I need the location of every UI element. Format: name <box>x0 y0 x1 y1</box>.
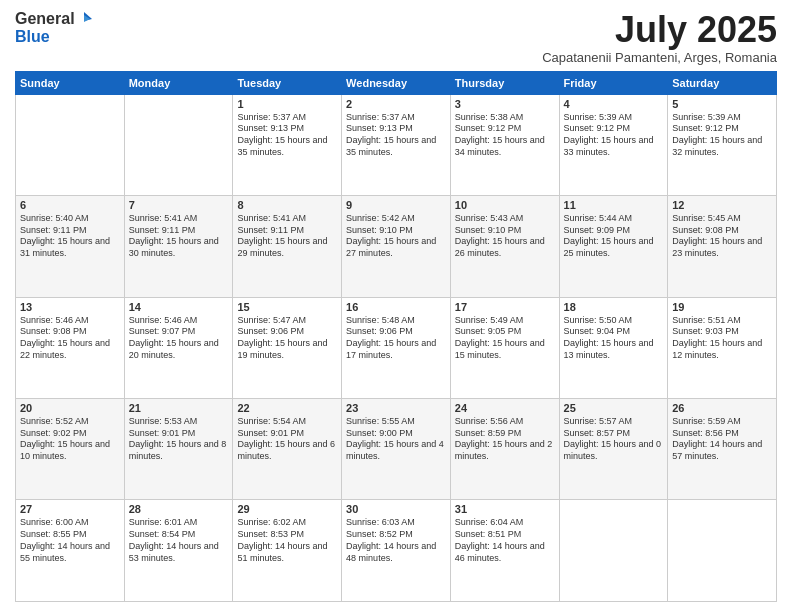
cell-content: Sunrise: 5:52 AM Sunset: 9:02 PM Dayligh… <box>20 416 120 463</box>
calendar-cell: 1Sunrise: 5:37 AM Sunset: 9:13 PM Daylig… <box>233 94 342 195</box>
calendar-week-3: 13Sunrise: 5:46 AM Sunset: 9:08 PM Dayli… <box>16 297 777 398</box>
calendar-cell: 26Sunrise: 5:59 AM Sunset: 8:56 PM Dayli… <box>668 399 777 500</box>
day-number: 4 <box>564 98 664 110</box>
cell-content: Sunrise: 5:50 AM Sunset: 9:04 PM Dayligh… <box>564 315 664 362</box>
day-number: 26 <box>672 402 772 414</box>
cell-content: Sunrise: 5:38 AM Sunset: 9:12 PM Dayligh… <box>455 112 555 159</box>
day-number: 16 <box>346 301 446 313</box>
day-number: 15 <box>237 301 337 313</box>
day-number: 2 <box>346 98 446 110</box>
day-number: 29 <box>237 503 337 515</box>
calendar-cell: 4Sunrise: 5:39 AM Sunset: 9:12 PM Daylig… <box>559 94 668 195</box>
cell-content: Sunrise: 5:48 AM Sunset: 9:06 PM Dayligh… <box>346 315 446 362</box>
cell-content: Sunrise: 5:44 AM Sunset: 9:09 PM Dayligh… <box>564 213 664 260</box>
title-block: July 2025 Capatanenii Pamanteni, Arges, … <box>542 10 777 65</box>
calendar-cell: 17Sunrise: 5:49 AM Sunset: 9:05 PM Dayli… <box>450 297 559 398</box>
calendar-cell: 21Sunrise: 5:53 AM Sunset: 9:01 PM Dayli… <box>124 399 233 500</box>
col-saturday: Saturday <box>668 71 777 94</box>
cell-content: Sunrise: 6:00 AM Sunset: 8:55 PM Dayligh… <box>20 517 120 564</box>
calendar-week-4: 20Sunrise: 5:52 AM Sunset: 9:02 PM Dayli… <box>16 399 777 500</box>
day-number: 3 <box>455 98 555 110</box>
day-number: 23 <box>346 402 446 414</box>
calendar-week-2: 6Sunrise: 5:40 AM Sunset: 9:11 PM Daylig… <box>16 196 777 297</box>
calendar-cell: 3Sunrise: 5:38 AM Sunset: 9:12 PM Daylig… <box>450 94 559 195</box>
page: General Blue July 2025 Capatanenii Paman… <box>0 0 792 612</box>
month-title: July 2025 <box>542 10 777 50</box>
calendar-cell <box>559 500 668 602</box>
calendar-cell: 31Sunrise: 6:04 AM Sunset: 8:51 PM Dayli… <box>450 500 559 602</box>
calendar-cell: 30Sunrise: 6:03 AM Sunset: 8:52 PM Dayli… <box>342 500 451 602</box>
cell-content: Sunrise: 5:41 AM Sunset: 9:11 PM Dayligh… <box>237 213 337 260</box>
cell-content: Sunrise: 5:37 AM Sunset: 9:13 PM Dayligh… <box>237 112 337 159</box>
day-number: 14 <box>129 301 229 313</box>
calendar-cell <box>124 94 233 195</box>
day-number: 20 <box>20 402 120 414</box>
col-tuesday: Tuesday <box>233 71 342 94</box>
day-number: 30 <box>346 503 446 515</box>
location-title: Capatanenii Pamanteni, Arges, Romania <box>542 50 777 65</box>
cell-content: Sunrise: 5:46 AM Sunset: 9:07 PM Dayligh… <box>129 315 229 362</box>
calendar-week-1: 1Sunrise: 5:37 AM Sunset: 9:13 PM Daylig… <box>16 94 777 195</box>
logo: General Blue <box>15 10 92 46</box>
cell-content: Sunrise: 5:59 AM Sunset: 8:56 PM Dayligh… <box>672 416 772 463</box>
cell-content: Sunrise: 5:42 AM Sunset: 9:10 PM Dayligh… <box>346 213 446 260</box>
cell-content: Sunrise: 5:55 AM Sunset: 9:00 PM Dayligh… <box>346 416 446 463</box>
day-number: 17 <box>455 301 555 313</box>
day-number: 10 <box>455 199 555 211</box>
cell-content: Sunrise: 5:51 AM Sunset: 9:03 PM Dayligh… <box>672 315 772 362</box>
calendar-cell: 2Sunrise: 5:37 AM Sunset: 9:13 PM Daylig… <box>342 94 451 195</box>
day-number: 18 <box>564 301 664 313</box>
cell-content: Sunrise: 5:54 AM Sunset: 9:01 PM Dayligh… <box>237 416 337 463</box>
cell-content: Sunrise: 5:56 AM Sunset: 8:59 PM Dayligh… <box>455 416 555 463</box>
calendar-cell: 24Sunrise: 5:56 AM Sunset: 8:59 PM Dayli… <box>450 399 559 500</box>
calendar-cell: 29Sunrise: 6:02 AM Sunset: 8:53 PM Dayli… <box>233 500 342 602</box>
calendar-cell: 10Sunrise: 5:43 AM Sunset: 9:10 PM Dayli… <box>450 196 559 297</box>
cell-content: Sunrise: 5:53 AM Sunset: 9:01 PM Dayligh… <box>129 416 229 463</box>
cell-content: Sunrise: 6:02 AM Sunset: 8:53 PM Dayligh… <box>237 517 337 564</box>
calendar-cell <box>16 94 125 195</box>
calendar-table: Sunday Monday Tuesday Wednesday Thursday… <box>15 71 777 602</box>
cell-content: Sunrise: 5:46 AM Sunset: 9:08 PM Dayligh… <box>20 315 120 362</box>
col-wednesday: Wednesday <box>342 71 451 94</box>
cell-content: Sunrise: 5:37 AM Sunset: 9:13 PM Dayligh… <box>346 112 446 159</box>
day-number: 11 <box>564 199 664 211</box>
calendar-cell: 18Sunrise: 5:50 AM Sunset: 9:04 PM Dayli… <box>559 297 668 398</box>
calendar-cell: 11Sunrise: 5:44 AM Sunset: 9:09 PM Dayli… <box>559 196 668 297</box>
calendar-cell <box>668 500 777 602</box>
cell-content: Sunrise: 5:39 AM Sunset: 9:12 PM Dayligh… <box>564 112 664 159</box>
cell-content: Sunrise: 6:01 AM Sunset: 8:54 PM Dayligh… <box>129 517 229 564</box>
day-number: 5 <box>672 98 772 110</box>
calendar-cell: 23Sunrise: 5:55 AM Sunset: 9:00 PM Dayli… <box>342 399 451 500</box>
calendar-cell: 7Sunrise: 5:41 AM Sunset: 9:11 PM Daylig… <box>124 196 233 297</box>
day-number: 31 <box>455 503 555 515</box>
cell-content: Sunrise: 5:45 AM Sunset: 9:08 PM Dayligh… <box>672 213 772 260</box>
day-number: 8 <box>237 199 337 211</box>
calendar-cell: 16Sunrise: 5:48 AM Sunset: 9:06 PM Dayli… <box>342 297 451 398</box>
calendar-cell: 13Sunrise: 5:46 AM Sunset: 9:08 PM Dayli… <box>16 297 125 398</box>
logo-general-text: General <box>15 10 75 28</box>
day-number: 7 <box>129 199 229 211</box>
calendar-cell: 6Sunrise: 5:40 AM Sunset: 9:11 PM Daylig… <box>16 196 125 297</box>
cell-content: Sunrise: 5:43 AM Sunset: 9:10 PM Dayligh… <box>455 213 555 260</box>
calendar-cell: 9Sunrise: 5:42 AM Sunset: 9:10 PM Daylig… <box>342 196 451 297</box>
calendar-cell: 15Sunrise: 5:47 AM Sunset: 9:06 PM Dayli… <box>233 297 342 398</box>
col-monday: Monday <box>124 71 233 94</box>
day-number: 9 <box>346 199 446 211</box>
cell-content: Sunrise: 5:49 AM Sunset: 9:05 PM Dayligh… <box>455 315 555 362</box>
calendar-cell: 28Sunrise: 6:01 AM Sunset: 8:54 PM Dayli… <box>124 500 233 602</box>
logo-blue-text: Blue <box>15 28 92 46</box>
day-number: 13 <box>20 301 120 313</box>
calendar-cell: 14Sunrise: 5:46 AM Sunset: 9:07 PM Dayli… <box>124 297 233 398</box>
calendar-cell: 12Sunrise: 5:45 AM Sunset: 9:08 PM Dayli… <box>668 196 777 297</box>
header: General Blue July 2025 Capatanenii Paman… <box>15 10 777 65</box>
calendar-cell: 8Sunrise: 5:41 AM Sunset: 9:11 PM Daylig… <box>233 196 342 297</box>
day-number: 19 <box>672 301 772 313</box>
calendar-week-5: 27Sunrise: 6:00 AM Sunset: 8:55 PM Dayli… <box>16 500 777 602</box>
cell-content: Sunrise: 6:04 AM Sunset: 8:51 PM Dayligh… <box>455 517 555 564</box>
day-number: 28 <box>129 503 229 515</box>
calendar-cell: 22Sunrise: 5:54 AM Sunset: 9:01 PM Dayli… <box>233 399 342 500</box>
calendar-cell: 5Sunrise: 5:39 AM Sunset: 9:12 PM Daylig… <box>668 94 777 195</box>
day-number: 25 <box>564 402 664 414</box>
calendar-header-row: Sunday Monday Tuesday Wednesday Thursday… <box>16 71 777 94</box>
logo-wing-icon <box>76 11 92 27</box>
